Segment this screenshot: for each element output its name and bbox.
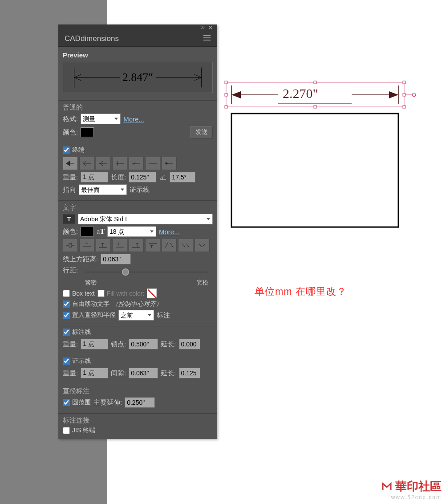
wl-ext-input[interactable] [179, 368, 200, 378]
wl-gap-label: 间隙: [111, 369, 126, 378]
svg-rect-8 [403, 81, 405, 84]
arrow-style-4[interactable] [112, 157, 127, 170]
circle-range-check[interactable]: 圆范围 [63, 398, 91, 406]
preview-label: Preview [63, 49, 213, 61]
terminal-check[interactable]: 终端 [63, 146, 85, 154]
svg-text:T: T [101, 243, 104, 248]
color-swatch[interactable] [81, 127, 94, 137]
collapse-icon[interactable] [200, 24, 205, 31]
jis-check[interactable]: JIS 终端 [63, 427, 95, 435]
orient-select[interactable]: 最佳面 [79, 184, 127, 195]
font-select[interactable]: Adobe 宋体 Std L [78, 214, 213, 224]
arrowhead-group [63, 157, 213, 170]
main-ext-label: 主要延伸: [93, 398, 122, 407]
loose-label: 宽松 [197, 279, 208, 287]
arrow-style-7[interactable] [162, 157, 177, 170]
svg-rect-7 [314, 81, 316, 84]
text-color-swatch[interactable] [81, 227, 94, 236]
insert-when-select[interactable]: 之前 [118, 310, 154, 321]
above-input[interactable] [101, 254, 131, 264]
wl-gap-input[interactable] [129, 368, 158, 378]
close-icon[interactable] [208, 24, 213, 31]
witness-label: 证示线 [130, 186, 150, 194]
panel-window: CADdimensions Preview 2.847″ 普通的 格式: 测量 … [58, 24, 217, 439]
text-pos-6[interactable]: T [145, 239, 160, 252]
svg-rect-6 [225, 81, 227, 84]
preview-value: 2.847″ [120, 71, 156, 84]
menu-icon[interactable] [203, 34, 211, 43]
dimline-section: 标注线 重量: 锁点: 延长: [58, 326, 217, 355]
format-select[interactable]: 测量 [81, 114, 121, 124]
normal-title: 普通的 [63, 103, 213, 112]
fill-color-check[interactable]: Fill with color: [97, 290, 145, 297]
canvas-svg [223, 69, 418, 240]
svg-rect-21 [231, 114, 398, 227]
wl-ext-label: 延长: [161, 369, 176, 378]
dl-lock-label: 锁点: [111, 340, 126, 349]
text-pos-2[interactable] [79, 239, 94, 252]
arrow-style-5[interactable] [129, 157, 144, 170]
insert-dia-check[interactable]: 置入直径和半径 [63, 311, 116, 319]
svg-text:T: T [136, 243, 138, 248]
text-title: 文字 [63, 203, 213, 212]
box-text-check[interactable]: Box text [63, 290, 95, 297]
text-pos-1[interactable] [63, 239, 78, 252]
text-pos-3[interactable]: T [96, 239, 111, 252]
orient-label: 指向 [63, 186, 76, 194]
color-label: 颜色: [63, 128, 78, 137]
arrow-style-6[interactable] [145, 157, 160, 170]
text-more-link[interactable]: More... [159, 228, 180, 236]
free-move-hint: （控制中心对齐） [112, 300, 162, 308]
text-pos-8[interactable] [178, 239, 193, 252]
length-label: 长度: [111, 173, 126, 182]
font-icon: T [63, 214, 75, 224]
dl-lock-input[interactable] [129, 339, 158, 350]
dl-ext-input[interactable] [179, 339, 200, 350]
angle-icon [159, 173, 167, 182]
preview-box: 2.847″ [63, 62, 213, 93]
arrow-style-2[interactable] [79, 157, 94, 170]
witness-check[interactable]: 证示线 [63, 357, 91, 365]
svg-rect-10 [314, 106, 316, 108]
angle-input[interactable] [170, 172, 195, 183]
arrow-style-3[interactable] [96, 157, 111, 170]
fill-swatch[interactable] [147, 289, 157, 298]
preview-section: Preview 2.847″ [58, 47, 217, 101]
main-ext-input[interactable] [125, 397, 155, 408]
svg-point-0 [166, 163, 168, 165]
arrow-style-1[interactable] [63, 157, 78, 170]
free-move-check[interactable]: 自由移动文字 [63, 300, 109, 308]
dl-weight-label: 重量: [63, 340, 78, 349]
wl-weight-input[interactable] [81, 368, 108, 378]
connect-section: 标注连接 JIS 终端 [58, 414, 217, 439]
diameter-section: 直径标注 圆范围 主要延伸: [58, 384, 217, 414]
canvas-dim-text: 2.270" [283, 86, 318, 101]
witness-section: 证示线 重量: 间隙: 延长: [58, 355, 217, 384]
dimline-check[interactable]: 标注线 [63, 328, 91, 336]
svg-rect-12 [225, 93, 227, 96]
anno-label: 标注 [157, 311, 170, 320]
text-pos-group: T T T T [63, 239, 213, 252]
lead-label: 行距: [63, 266, 78, 275]
lead-slider[interactable] [85, 267, 208, 278]
text-pos-7[interactable] [162, 239, 177, 252]
font-size-icon: aT [97, 228, 105, 236]
text-pos-9[interactable] [195, 239, 210, 252]
svg-rect-11 [403, 106, 405, 108]
watermark: 華印社區 www.52cnp.com [380, 479, 442, 500]
panel-title-bar: CADdimensions [58, 31, 217, 47]
more-link[interactable]: More... [123, 115, 144, 123]
length-input[interactable] [129, 172, 156, 183]
question-text: 单位mm 在哪里改？ [255, 285, 347, 298]
send-button[interactable]: 发送 [191, 126, 213, 138]
terminal-section: 终端 重量: 长度: 指向 最佳面 证示线 [58, 144, 217, 201]
watermark-main: 華印社區 [395, 479, 442, 494]
text-pos-5[interactable]: T [129, 239, 144, 252]
dl-weight-input[interactable] [81, 339, 108, 350]
wl-weight-label: 重量: [63, 369, 78, 378]
font-size-select[interactable]: 18 点 [107, 226, 156, 237]
panel-title: CADdimensions [65, 34, 119, 43]
weight-input[interactable] [81, 172, 108, 183]
svg-rect-9 [225, 106, 227, 108]
text-pos-4[interactable]: T [112, 239, 127, 252]
